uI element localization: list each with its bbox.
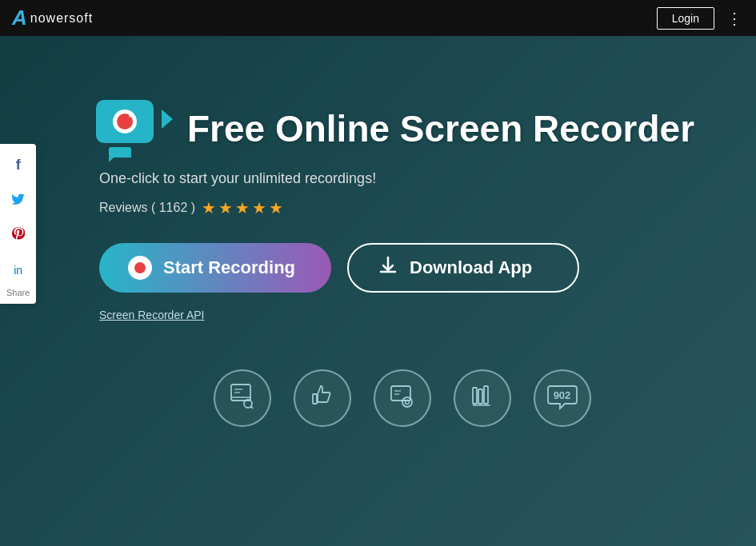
- page-title: Free Online Screen Recorder: [187, 109, 694, 149]
- logo-text: nowersoft: [30, 11, 93, 26]
- chat-count-badge: 902: [554, 389, 571, 401]
- search-screen-icon: [230, 383, 255, 414]
- reviews-text: Reviews ( 1162 ): [99, 201, 195, 215]
- buttons-row: Start Recording Download App: [96, 243, 579, 293]
- svg-rect-12: [473, 388, 477, 404]
- api-link[interactable]: Screen Recorder API: [96, 309, 205, 321]
- star-2: ★: [218, 198, 233, 217]
- svg-rect-14: [484, 386, 488, 404]
- svg-rect-6: [313, 394, 317, 404]
- svg-rect-13: [478, 389, 482, 404]
- hero-section: Free Online Screen Recorder One-click to…: [0, 100, 756, 353]
- nav-right: Login ⋮: [657, 7, 744, 30]
- feature-icon-library[interactable]: [454, 369, 511, 427]
- logo: A nowersoft: [12, 6, 93, 30]
- svg-point-9: [405, 400, 409, 404]
- camera-app-icon: [96, 100, 168, 157]
- title-row: Free Online Screen Recorder: [96, 100, 694, 157]
- login-button[interactable]: Login: [657, 7, 714, 30]
- svg-rect-0: [231, 385, 250, 401]
- download-app-button[interactable]: Download App: [347, 243, 579, 293]
- star-5: ★: [269, 198, 283, 217]
- library-icon: [470, 383, 495, 414]
- menu-dots-icon[interactable]: ⋮: [726, 9, 744, 28]
- share-label: Share: [6, 288, 30, 297]
- hero-subtitle: One-click to start your unlimited record…: [96, 170, 376, 187]
- facebook-share-button[interactable]: f: [7, 153, 30, 176]
- feature-icon-screen-capture[interactable]: [374, 369, 431, 427]
- feature-icon-search[interactable]: [214, 369, 271, 427]
- bottom-icons-row: 902: [166, 369, 591, 427]
- star-4: ★: [252, 198, 266, 217]
- start-recording-button[interactable]: Start Recording: [99, 243, 331, 293]
- screen-capture-icon: [390, 383, 415, 414]
- feature-icon-chat[interactable]: 902: [534, 369, 591, 427]
- svg-line-3: [251, 407, 254, 409]
- download-icon: [378, 255, 398, 281]
- thumbs-up-icon: [310, 383, 335, 414]
- star-rating: ★ ★ ★ ★ ★: [202, 198, 283, 217]
- social-sidebar: f in Share: [0, 144, 36, 304]
- reviews-row: Reviews ( 1162 ) ★ ★ ★ ★ ★: [96, 198, 283, 217]
- svg-point-8: [402, 397, 412, 407]
- svg-rect-7: [391, 386, 410, 401]
- feature-icon-thumb[interactable]: [294, 369, 351, 427]
- navbar: A nowersoft Login ⋮: [0, 0, 756, 36]
- twitter-share-button[interactable]: [7, 189, 30, 211]
- star-3: ★: [235, 198, 250, 217]
- linkedin-share-button[interactable]: in: [7, 259, 30, 281]
- record-icon: [128, 256, 152, 280]
- download-app-label: Download App: [410, 257, 532, 278]
- start-recording-label: Start Recording: [163, 257, 295, 278]
- pinterest-share-button[interactable]: [7, 224, 30, 246]
- star-1: ★: [202, 198, 216, 217]
- logo-icon: A: [12, 6, 27, 30]
- main-content: Free Online Screen Recorder One-click to…: [0, 36, 756, 546]
